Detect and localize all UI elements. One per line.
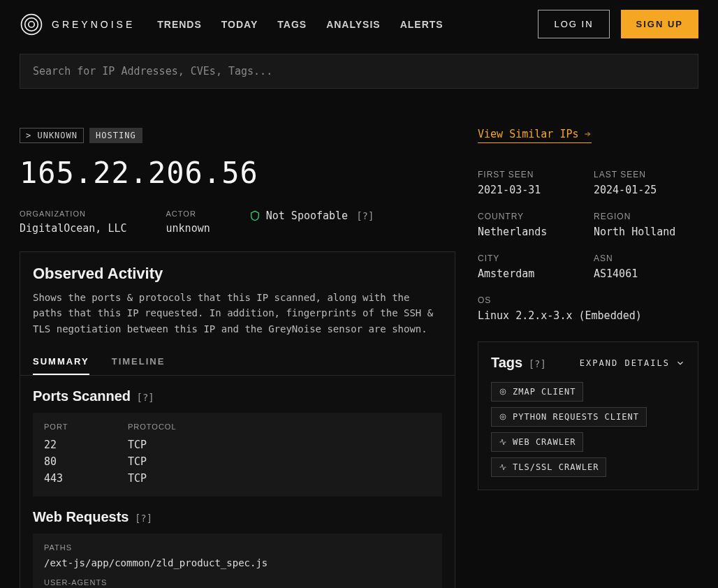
protocol-header: PROTOCOL [128, 422, 431, 431]
web-requests-block: PATHS /ext-js/app/common/zld_product_spe… [33, 534, 442, 588]
tag-chip[interactable]: WEB CRAWLER [491, 432, 583, 452]
tab-timeline[interactable]: TIMELINE [112, 349, 166, 375]
city: CITY Amsterdam [478, 253, 583, 280]
ip-address: 165.22.206.56 [20, 156, 455, 190]
paths-label: PATHS [44, 543, 431, 552]
first-seen: FIRST SEEN 2021-03-31 [478, 170, 583, 196]
svg-point-3 [500, 389, 506, 395]
os: OS Linux 2.2.x-3.x (Embedded) [478, 295, 698, 322]
tag-chip[interactable]: TLS/SSL CRAWLER [491, 457, 606, 477]
observed-title: Observed Activity [33, 265, 442, 283]
region-value: North Holland [594, 226, 698, 238]
organization-value: DigitalOcean, LLC [20, 222, 127, 235]
table-row: 443 TCP [44, 470, 431, 487]
shield-icon [249, 210, 261, 221]
tag-label: WEB CRAWLER [513, 437, 576, 447]
svg-point-2 [29, 21, 35, 27]
brand-text: GREYNOISE [52, 19, 135, 30]
port-cell: 80 [44, 455, 128, 468]
tag-label: PYTHON REQUESTS CLIENT [513, 412, 639, 422]
similar-ips-text: View Similar IPs [478, 128, 579, 140]
target-icon [499, 388, 507, 396]
signup-button[interactable]: SIGN UP [621, 10, 698, 38]
port-cell: 22 [44, 439, 128, 451]
main-nav: TRENDS TODAY TAGS ANALYSIS ALERTS [157, 19, 443, 30]
user-agents-label: USER-AGENTS [44, 578, 431, 587]
activity-icon [499, 463, 507, 471]
svg-point-4 [502, 391, 504, 393]
city-value: Amsterdam [478, 267, 583, 280]
view-similar-ips-link[interactable]: View Similar IPs [478, 128, 592, 143]
first-seen-label: FIRST SEEN [478, 170, 583, 179]
search-input[interactable] [20, 54, 698, 89]
nav-analysis[interactable]: ANALYSIS [326, 19, 381, 30]
spoofable-text: Not Spoofable [266, 210, 348, 222]
asn-value: AS14061 [594, 267, 698, 280]
country: COUNTRY Netherlands [478, 212, 583, 238]
tag-chip[interactable]: PYTHON REQUESTS CLIENT [491, 407, 647, 427]
svg-point-6 [502, 416, 504, 418]
nav-alerts[interactable]: ALERTS [400, 19, 444, 30]
protocol-cell: TCP [128, 455, 431, 468]
os-label: OS [478, 295, 698, 305]
classification-badge: > UNKNOWN [20, 128, 84, 143]
tags-title: Tags [491, 355, 522, 370]
spoofable-help[interactable]: [?] [356, 210, 374, 221]
last-seen: LAST SEEN 2024-01-25 [594, 170, 698, 196]
region-label: REGION [594, 212, 698, 221]
protocol-cell: TCP [128, 439, 431, 451]
organization-label: ORGANIZATION [20, 210, 127, 218]
ports-help[interactable]: [?] [137, 392, 154, 403]
city-label: CITY [478, 253, 583, 263]
svg-point-1 [25, 17, 38, 31]
protocol-cell: TCP [128, 472, 431, 485]
tab-summary[interactable]: SUMMARY [33, 349, 89, 375]
expand-label: EXPAND DETAILS [580, 358, 670, 368]
last-seen-label: LAST SEEN [594, 170, 698, 179]
arrow-right-icon [583, 130, 592, 138]
target-icon [499, 413, 507, 421]
ports-scanned-title: Ports Scanned [33, 388, 131, 404]
tag-label: TLS/SSL CRAWLER [513, 462, 599, 472]
nav-trends[interactable]: TRENDS [157, 19, 202, 30]
logo[interactable]: GREYNOISE [20, 13, 135, 36]
last-seen-value: 2024-01-25 [594, 184, 698, 196]
asn-label: ASN [594, 253, 698, 263]
table-row: 80 TCP [44, 453, 431, 470]
tags-panel: Tags [?] EXPAND DETAILS ZMAP CLIENT PYTH… [478, 341, 698, 490]
region: REGION North Holland [594, 212, 698, 238]
activity-icon [499, 438, 507, 446]
organization-meta: ORGANIZATION DigitalOcean, LLC [20, 210, 127, 235]
country-value: Netherlands [478, 226, 583, 238]
top-header: GREYNOISE TRENDS TODAY TAGS ANALYSIS ALE… [0, 0, 718, 48]
expand-details-button[interactable]: EXPAND DETAILS [580, 358, 685, 368]
table-row: 22 TCP [44, 436, 431, 453]
path-value: /ext-js/app/common/zld_product_spec.js [44, 557, 431, 568]
nav-tags[interactable]: TAGS [277, 19, 307, 30]
port-cell: 443 [44, 472, 128, 485]
actor-label: ACTOR [166, 210, 210, 218]
os-value: Linux 2.2.x-3.x (Embedded) [478, 309, 698, 322]
ports-table: PORT PROTOCOL 22 TCP 80 TCP 443 TCP [33, 413, 442, 497]
tags-help[interactable]: [?] [529, 358, 546, 369]
svg-point-5 [500, 414, 506, 420]
web-help[interactable]: [?] [135, 513, 152, 524]
tag-label: ZMAP CLIENT [513, 387, 576, 397]
greynoise-logo-icon [20, 13, 43, 36]
actor-value: unknown [166, 222, 210, 235]
asn: ASN AS14061 [594, 253, 698, 280]
actor-meta: ACTOR unknown [166, 210, 210, 235]
spoofable-indicator: Not Spoofable [?] [249, 210, 374, 222]
observed-activity-panel: Observed Activity Shows the ports & prot… [20, 251, 455, 588]
login-button[interactable]: LOG IN [538, 10, 609, 38]
country-label: COUNTRY [478, 212, 583, 221]
chevron-down-icon [675, 358, 685, 368]
observed-description: Shows the ports & protocols that this IP… [33, 290, 442, 337]
ip-info-grid: FIRST SEEN 2021-03-31 LAST SEEN 2024-01-… [478, 170, 698, 322]
port-header: PORT [44, 422, 128, 431]
nav-today[interactable]: TODAY [221, 19, 258, 30]
tag-chip[interactable]: ZMAP CLIENT [491, 382, 583, 402]
web-requests-title: Web Requests [33, 509, 129, 524]
category-badge: HOSTING [89, 128, 142, 143]
first-seen-value: 2021-03-31 [478, 184, 583, 196]
